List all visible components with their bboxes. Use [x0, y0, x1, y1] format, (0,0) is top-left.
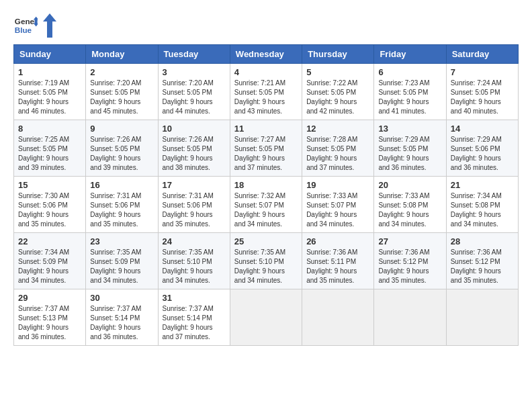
header-day-sunday: Sunday	[14, 45, 86, 64]
day-info: Sunrise: 7:24 AM Sunset: 5:05 PM Dayligh…	[451, 79, 514, 116]
day-info: Sunrise: 7:37 AM Sunset: 5:14 PM Dayligh…	[90, 304, 153, 342]
calendar-cell: 10Sunrise: 7:26 AM Sunset: 5:05 PM Dayli…	[158, 120, 230, 177]
calendar-cell	[230, 289, 302, 346]
day-number: 5	[306, 67, 369, 77]
header-day-tuesday: Tuesday	[158, 45, 230, 64]
header-day-wednesday: Wednesday	[230, 45, 302, 64]
day-number: 20	[378, 180, 441, 190]
day-info: Sunrise: 7:34 AM Sunset: 5:09 PM Dayligh…	[18, 248, 81, 285]
calendar-cell	[302, 289, 374, 346]
calendar-cell: 28Sunrise: 7:36 AM Sunset: 5:12 PM Dayli…	[446, 233, 518, 289]
calendar-week-1: 1Sunrise: 7:19 AM Sunset: 5:05 PM Daylig…	[14, 64, 519, 120]
calendar-cell: 8Sunrise: 7:25 AM Sunset: 5:05 PM Daylig…	[14, 120, 86, 177]
day-number: 3	[163, 67, 226, 77]
calendar-cell: 19Sunrise: 7:33 AM Sunset: 5:07 PM Dayli…	[302, 177, 374, 233]
day-number: 21	[451, 180, 514, 190]
calendar-header-row: SundayMondayTuesdayWednesdayThursdayFrid…	[14, 45, 519, 64]
day-info: Sunrise: 7:21 AM Sunset: 5:05 PM Dayligh…	[234, 79, 298, 116]
day-number: 25	[234, 236, 298, 246]
calendar-cell: 31Sunrise: 7:37 AM Sunset: 5:14 PM Dayli…	[158, 289, 230, 346]
day-number: 23	[90, 236, 153, 246]
day-info: Sunrise: 7:23 AM Sunset: 5:05 PM Dayligh…	[378, 79, 441, 116]
calendar-cell: 15Sunrise: 7:30 AM Sunset: 5:06 PM Dayli…	[14, 177, 86, 233]
day-number: 2	[90, 67, 153, 77]
logo-arrow-icon	[43, 13, 56, 38]
day-info: Sunrise: 7:37 AM Sunset: 5:13 PM Dayligh…	[18, 304, 81, 342]
day-number: 9	[90, 124, 153, 134]
day-number: 7	[451, 67, 514, 77]
day-info: Sunrise: 7:33 AM Sunset: 5:07 PM Dayligh…	[306, 191, 369, 229]
calendar-cell: 24Sunrise: 7:35 AM Sunset: 5:10 PM Dayli…	[158, 233, 230, 289]
day-number: 11	[234, 124, 298, 134]
calendar-cell	[374, 289, 446, 346]
logo: General Blue	[13, 13, 56, 38]
day-info: Sunrise: 7:35 AM Sunset: 5:09 PM Dayligh…	[90, 248, 153, 285]
calendar-cell: 21Sunrise: 7:34 AM Sunset: 5:08 PM Dayli…	[446, 177, 518, 233]
header-day-monday: Monday	[86, 45, 158, 64]
svg-text:General: General	[15, 17, 38, 26]
header-day-friday: Friday	[374, 45, 446, 64]
day-info: Sunrise: 7:27 AM Sunset: 5:05 PM Dayligh…	[234, 135, 298, 173]
calendar-cell: 20Sunrise: 7:33 AM Sunset: 5:08 PM Dayli…	[374, 177, 446, 233]
calendar-cell: 13Sunrise: 7:29 AM Sunset: 5:05 PM Dayli…	[374, 120, 446, 177]
calendar-cell: 17Sunrise: 7:31 AM Sunset: 5:06 PM Dayli…	[158, 177, 230, 233]
day-number: 30	[90, 293, 153, 303]
day-info: Sunrise: 7:36 AM Sunset: 5:12 PM Dayligh…	[451, 248, 514, 285]
day-number: 4	[234, 67, 298, 77]
header-day-thursday: Thursday	[302, 45, 374, 64]
day-number: 24	[163, 236, 226, 246]
calendar-cell: 7Sunrise: 7:24 AM Sunset: 5:05 PM Daylig…	[446, 64, 518, 120]
calendar-cell: 22Sunrise: 7:34 AM Sunset: 5:09 PM Dayli…	[14, 233, 86, 289]
day-info: Sunrise: 7:26 AM Sunset: 5:05 PM Dayligh…	[90, 135, 153, 173]
day-number: 22	[18, 236, 81, 246]
day-info: Sunrise: 7:26 AM Sunset: 5:05 PM Dayligh…	[163, 135, 226, 173]
svg-text:Blue: Blue	[15, 26, 32, 34]
day-info: Sunrise: 7:36 AM Sunset: 5:11 PM Dayligh…	[306, 248, 369, 285]
day-number: 27	[378, 236, 441, 246]
day-number: 6	[378, 67, 441, 77]
calendar-week-5: 29Sunrise: 7:37 AM Sunset: 5:13 PM Dayli…	[14, 289, 519, 346]
calendar-cell: 1Sunrise: 7:19 AM Sunset: 5:05 PM Daylig…	[14, 64, 86, 120]
calendar-table: SundayMondayTuesdayWednesdayThursdayFrid…	[13, 44, 519, 346]
day-info: Sunrise: 7:25 AM Sunset: 5:05 PM Dayligh…	[18, 135, 81, 173]
day-number: 19	[306, 180, 369, 190]
calendar-cell: 18Sunrise: 7:32 AM Sunset: 5:07 PM Dayli…	[230, 177, 302, 233]
calendar-cell: 6Sunrise: 7:23 AM Sunset: 5:05 PM Daylig…	[374, 64, 446, 120]
day-number: 17	[163, 180, 226, 190]
day-info: Sunrise: 7:20 AM Sunset: 5:05 PM Dayligh…	[163, 79, 226, 116]
day-number: 12	[306, 124, 369, 134]
calendar-cell: 27Sunrise: 7:36 AM Sunset: 5:12 PM Dayli…	[374, 233, 446, 289]
calendar-cell: 2Sunrise: 7:20 AM Sunset: 5:05 PM Daylig…	[86, 64, 158, 120]
calendar-cell: 5Sunrise: 7:22 AM Sunset: 5:05 PM Daylig…	[302, 64, 374, 120]
day-info: Sunrise: 7:22 AM Sunset: 5:05 PM Dayligh…	[306, 79, 369, 116]
day-info: Sunrise: 7:28 AM Sunset: 5:05 PM Dayligh…	[306, 135, 369, 173]
day-info: Sunrise: 7:37 AM Sunset: 5:14 PM Dayligh…	[163, 304, 226, 342]
day-info: Sunrise: 7:19 AM Sunset: 5:05 PM Dayligh…	[18, 79, 81, 116]
day-info: Sunrise: 7:31 AM Sunset: 5:06 PM Dayligh…	[90, 191, 153, 229]
day-info: Sunrise: 7:31 AM Sunset: 5:06 PM Dayligh…	[163, 191, 226, 229]
calendar-cell: 4Sunrise: 7:21 AM Sunset: 5:05 PM Daylig…	[230, 64, 302, 120]
day-info: Sunrise: 7:35 AM Sunset: 5:10 PM Dayligh…	[163, 248, 226, 285]
calendar-cell: 29Sunrise: 7:37 AM Sunset: 5:13 PM Dayli…	[14, 289, 86, 346]
calendar-week-3: 15Sunrise: 7:30 AM Sunset: 5:06 PM Dayli…	[14, 177, 519, 233]
day-info: Sunrise: 7:29 AM Sunset: 5:06 PM Dayligh…	[451, 135, 514, 173]
day-info: Sunrise: 7:30 AM Sunset: 5:06 PM Dayligh…	[18, 191, 81, 229]
day-number: 26	[306, 236, 369, 246]
calendar-cell: 16Sunrise: 7:31 AM Sunset: 5:06 PM Dayli…	[86, 177, 158, 233]
day-number: 29	[18, 293, 81, 303]
calendar-cell: 9Sunrise: 7:26 AM Sunset: 5:05 PM Daylig…	[86, 120, 158, 177]
day-info: Sunrise: 7:32 AM Sunset: 5:07 PM Dayligh…	[234, 191, 298, 229]
calendar-cell: 25Sunrise: 7:35 AM Sunset: 5:10 PM Dayli…	[230, 233, 302, 289]
day-info: Sunrise: 7:29 AM Sunset: 5:05 PM Dayligh…	[378, 135, 441, 173]
day-number: 31	[163, 293, 226, 303]
day-info: Sunrise: 7:36 AM Sunset: 5:12 PM Dayligh…	[378, 248, 441, 285]
calendar-cell: 3Sunrise: 7:20 AM Sunset: 5:05 PM Daylig…	[158, 64, 230, 120]
calendar-cell: 11Sunrise: 7:27 AM Sunset: 5:05 PM Dayli…	[230, 120, 302, 177]
svg-marker-3	[43, 13, 56, 38]
day-info: Sunrise: 7:20 AM Sunset: 5:05 PM Dayligh…	[90, 79, 153, 116]
day-number: 14	[451, 124, 514, 134]
calendar-cell: 23Sunrise: 7:35 AM Sunset: 5:09 PM Dayli…	[86, 233, 158, 289]
day-number: 10	[163, 124, 226, 134]
header-day-saturday: Saturday	[446, 45, 518, 64]
day-info: Sunrise: 7:35 AM Sunset: 5:10 PM Dayligh…	[234, 248, 298, 285]
